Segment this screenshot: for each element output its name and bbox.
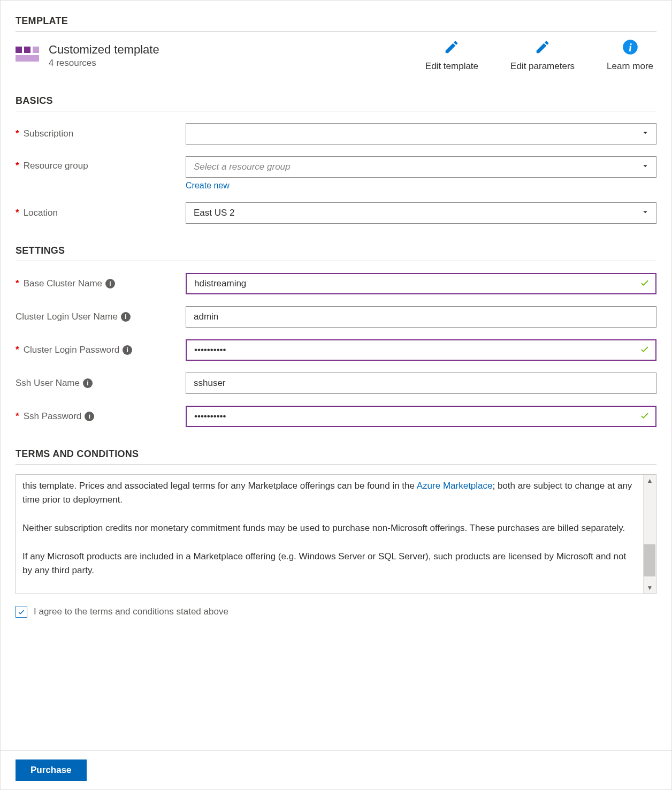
base-cluster-row: * Base Cluster Name i [16, 273, 656, 294]
location-field-wrap: East US 2 [186, 202, 656, 224]
location-select[interactable]: East US 2 [186, 202, 656, 224]
info-icon[interactable]: i [83, 378, 93, 388]
scroll-down-icon[interactable]: ▼ [647, 584, 653, 591]
template-actions: Edit template Edit parameters i Learn mo… [425, 39, 656, 72]
subscription-field-wrap [186, 123, 656, 145]
resource-group-label-text: Resource group [24, 161, 88, 171]
login-user-row: Cluster Login User Name i [16, 306, 656, 328]
required-asterisk: * [16, 208, 19, 218]
checkmark-icon [639, 410, 650, 423]
location-label-text: Location [24, 208, 58, 218]
base-cluster-label: * Base Cluster Name i [16, 278, 186, 289]
resource-group-label: * Resource group [16, 156, 186, 171]
base-cluster-input[interactable] [186, 273, 656, 294]
terms-content[interactable]: this template. Prices and associated leg… [16, 475, 643, 594]
login-pw-input[interactable] [186, 339, 656, 361]
edit-template-button[interactable]: Edit template [425, 39, 478, 72]
base-cluster-label-text: Base Cluster Name [24, 278, 102, 289]
login-user-label-text: Cluster Login User Name [16, 312, 118, 322]
info-icon[interactable]: i [123, 345, 132, 355]
login-user-label: Cluster Login User Name i [16, 312, 186, 322]
edit-parameters-button[interactable]: Edit parameters [510, 39, 575, 72]
login-pw-field-wrap [186, 339, 656, 361]
ssh-user-row: Ssh User Name i [16, 373, 656, 394]
agree-row: I agree to the terms and conditions stat… [16, 606, 656, 618]
create-new-link[interactable]: Create new [186, 181, 656, 191]
template-row: Customized template 4 resources Edit tem… [16, 32, 656, 88]
ssh-user-label: Ssh User Name i [16, 378, 186, 389]
login-pw-row: * Cluster Login Password i [16, 339, 656, 361]
subscription-row: * Subscription [16, 123, 656, 145]
ssh-pw-label: * Ssh Password i [16, 411, 186, 422]
subscription-label-text: Subscription [24, 128, 74, 139]
ssh-user-field-wrap [186, 373, 656, 394]
terms-p2: Neither subscription credits nor monetar… [22, 523, 625, 533]
agree-checkbox[interactable] [16, 606, 27, 618]
resource-group-select[interactable]: Select a resource group [186, 156, 656, 178]
scroll-up-icon[interactable]: ▲ [647, 477, 653, 484]
resource-group-placeholder: Select a resource group [194, 162, 291, 172]
terms-p3: If any Microsoft products are included i… [22, 551, 626, 575]
location-label: * Location [16, 208, 186, 218]
pencil-icon [444, 39, 460, 58]
resource-group-row: * Resource group Select a resource group… [16, 156, 656, 191]
required-asterisk: * [16, 345, 19, 355]
template-summary: Customized template 4 resources [16, 43, 159, 69]
ssh-user-input[interactable] [186, 373, 656, 394]
edit-template-label: Edit template [425, 61, 478, 72]
template-title: Customized template [49, 43, 159, 57]
template-tiles-icon [16, 47, 39, 65]
info-icon[interactable]: i [121, 312, 131, 322]
pencil-icon [534, 39, 551, 58]
learn-more-button[interactable]: i Learn more [607, 39, 653, 72]
required-asterisk: * [16, 161, 19, 171]
check-icon [17, 607, 26, 616]
subscription-select[interactable] [186, 123, 656, 145]
checkmark-icon [639, 277, 650, 290]
required-asterisk: * [16, 128, 19, 139]
info-icon[interactable]: i [85, 412, 94, 421]
ssh-pw-row: * Ssh Password i [16, 406, 656, 427]
deployment-panel: TEMPLATE Customized template 4 resources… [0, 0, 672, 790]
info-icon: i [622, 39, 638, 58]
edit-parameters-label: Edit parameters [510, 61, 575, 72]
ssh-pw-input[interactable] [186, 406, 656, 427]
learn-more-label: Learn more [607, 61, 653, 72]
terms-box: this template. Prices and associated leg… [16, 474, 656, 594]
base-cluster-field-wrap [186, 273, 656, 294]
login-pw-label: * Cluster Login Password i [16, 345, 186, 355]
location-value: East US 2 [194, 208, 235, 218]
required-asterisk: * [16, 278, 19, 289]
template-text: Customized template 4 resources [49, 43, 159, 69]
svg-text:i: i [629, 42, 632, 54]
terms-p1a: this template. Prices and associated leg… [22, 481, 417, 491]
required-asterisk: * [16, 411, 19, 422]
section-basics-title: BASICS [16, 95, 656, 111]
purchase-button[interactable]: Purchase [16, 759, 87, 781]
section-settings-title: SETTINGS [16, 245, 656, 261]
info-icon[interactable]: i [105, 279, 115, 288]
scroll-thumb[interactable] [644, 544, 655, 576]
azure-marketplace-link[interactable]: Azure Marketplace [417, 481, 493, 491]
location-row: * Location East US 2 [16, 202, 656, 224]
agree-label: I agree to the terms and conditions stat… [34, 606, 228, 617]
login-user-field-wrap [186, 306, 656, 328]
checkmark-icon [639, 344, 650, 356]
subscription-label: * Subscription [16, 128, 186, 139]
resource-group-field-wrap: Select a resource group Create new [186, 156, 656, 191]
section-template-title: TEMPLATE [16, 16, 656, 32]
ssh-pw-label-text: Ssh Password [24, 411, 82, 422]
login-user-input[interactable] [186, 306, 656, 328]
ssh-pw-field-wrap [186, 406, 656, 427]
template-resource-count: 4 resources [49, 58, 159, 69]
section-terms-title: TERMS AND CONDITIONS [16, 449, 656, 465]
ssh-user-label-text: Ssh User Name [16, 378, 80, 389]
footer-bar: Purchase [1, 750, 671, 789]
login-pw-label-text: Cluster Login Password [24, 345, 120, 355]
